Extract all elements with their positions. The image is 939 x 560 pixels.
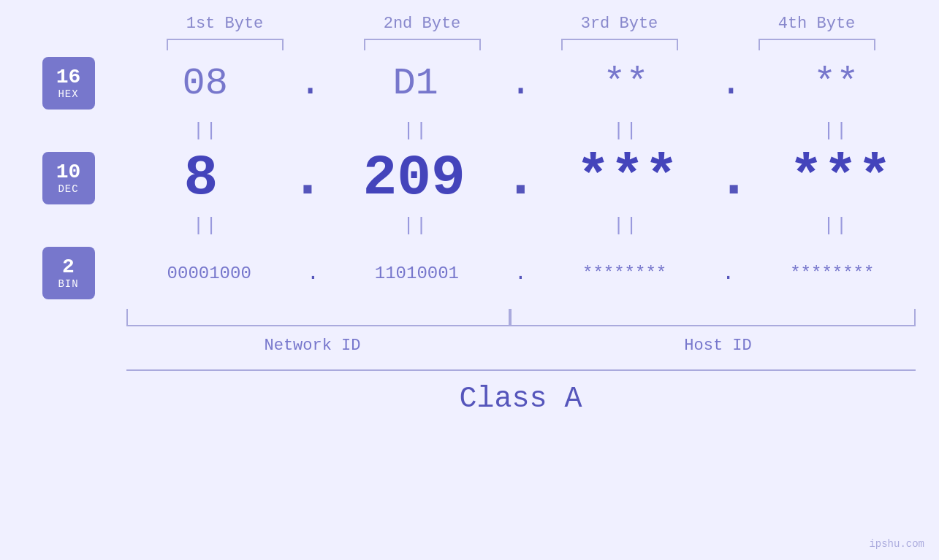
headers-row: 1st Byte 2nd Byte 3rd Byte 4th Byte: [126, 15, 916, 39]
bin-byte-4: ********: [790, 264, 874, 283]
dec-badge-number: 10: [56, 161, 81, 184]
h-bracket-3: [561, 39, 678, 50]
bin-dot-1: .: [307, 262, 319, 285]
header-brackets: [126, 39, 916, 50]
dec-dot-3: .: [717, 146, 751, 210]
col-header-2: 2nd Byte: [324, 15, 521, 39]
labels-row: Network ID Host ID: [126, 337, 916, 355]
dec-badge-row: 10 DEC 8 . 209 . *** . ***: [9, 145, 930, 211]
bin-badge-col: 2 BIN: [9, 247, 112, 299]
dec-badge-col: 10 DEC: [9, 152, 112, 204]
hex-byte-1-cell: 08: [112, 62, 300, 105]
bin-byte-3: ********: [582, 264, 666, 283]
h-bracket-1: [167, 39, 284, 50]
hex-byte-2-cell: D1: [322, 62, 509, 105]
class-label: Class A: [126, 383, 916, 415]
h-bracket-2: [364, 39, 481, 50]
dec-byte-4-cell: ***: [751, 146, 930, 210]
dec-badge: 10 DEC: [42, 152, 95, 204]
bin-badge-number: 2: [62, 256, 75, 279]
hex-byte-3-cell: **: [532, 62, 720, 105]
bottom-section: Network ID Host ID: [126, 309, 916, 355]
hex-byte-2: D1: [392, 62, 438, 105]
network-id-label: Network ID: [126, 337, 521, 355]
hb-cell-3: [521, 39, 718, 50]
equals-inner-1: || || || ||: [112, 116, 930, 145]
hex-badge: 16 HEX: [42, 57, 95, 110]
hb-cell-2: [324, 39, 521, 50]
hex-byte-1: 08: [183, 62, 228, 105]
dec-dot-1: .: [290, 146, 324, 210]
hex-dot-2: .: [509, 62, 532, 105]
eq-2-b2: ||: [322, 215, 510, 237]
bin-byte-2: 11010001: [375, 264, 459, 283]
big-bracket-area: Class A: [126, 369, 916, 415]
bottom-brackets: [126, 309, 916, 331]
equals-row-2: || || || ||: [9, 211, 930, 240]
eq-1-b4: ||: [742, 120, 930, 142]
eq-2-b4: ||: [742, 215, 930, 237]
h-bracket-4: [759, 39, 875, 50]
equals-row-1: || || || ||: [9, 116, 930, 145]
dec-byte-3: ***: [576, 146, 678, 210]
bin-data-row: 00001000 . 11010001 . ******** . *******…: [112, 240, 930, 306]
col-header-4: 4th Byte: [718, 15, 916, 39]
bin-dot-2: .: [514, 262, 527, 285]
dec-data-row: 8 . 209 . *** . ***: [112, 145, 930, 211]
hex-badge-number: 16: [56, 66, 81, 89]
bin-byte-4-cell: ********: [734, 264, 930, 283]
eq-2-b3: ||: [532, 215, 721, 237]
dec-byte-4: ***: [789, 146, 892, 210]
eq-1-b3: ||: [532, 120, 721, 142]
hb-cell-1: [126, 39, 324, 50]
bin-byte-1: 00001000: [167, 264, 251, 283]
hex-byte-4: **: [813, 62, 859, 105]
hex-byte-4-cell: **: [742, 62, 930, 105]
hex-badge-col: 16 HEX: [9, 57, 112, 110]
bin-byte-3-cell: ********: [527, 264, 722, 283]
host-bracket: [510, 309, 916, 326]
hex-badge-row: 16 HEX 08 . D1 . ** . **: [9, 50, 930, 116]
eq-2-b1: ||: [112, 215, 300, 237]
dec-badge-label: DEC: [58, 184, 78, 195]
dec-byte-2-cell: 209: [324, 146, 503, 210]
hex-data-row: 08 . D1 . ** . **: [112, 50, 930, 116]
eq-1-b2: ||: [322, 120, 510, 142]
main-container: 1st Byte 2nd Byte 3rd Byte 4th Byte 16 H…: [0, 0, 939, 560]
col-header-1: 1st Byte: [126, 15, 324, 39]
big-bracket-line: [126, 369, 916, 371]
host-id-label: Host ID: [521, 337, 916, 355]
dec-byte-1-cell: 8: [112, 146, 291, 210]
hex-dot-3: .: [720, 62, 742, 105]
bin-dot-3: .: [722, 262, 734, 285]
hex-badge-label: HEX: [58, 89, 78, 100]
hb-cell-4: [718, 39, 916, 50]
hex-dot-1: .: [299, 62, 322, 105]
dec-dot-2: .: [503, 146, 538, 210]
dec-byte-3-cell: ***: [538, 146, 717, 210]
bin-badge-row: 2 BIN 00001000 . 11010001 . ******** . *…: [9, 240, 930, 306]
hex-byte-3: **: [603, 62, 648, 105]
bin-badge: 2 BIN: [42, 247, 95, 299]
eq-1-b1: ||: [112, 120, 300, 142]
bin-byte-1-cell: 00001000: [112, 264, 307, 283]
bin-badge-label: BIN: [58, 279, 78, 290]
equals-inner-2: || || || ||: [112, 211, 930, 240]
dec-byte-1: 8: [184, 146, 218, 210]
bin-byte-2-cell: 11010001: [319, 264, 514, 283]
dec-byte-2: 209: [362, 146, 465, 210]
watermark: ipshu.com: [869, 538, 924, 550]
network-bracket: [126, 309, 510, 326]
col-header-3: 3rd Byte: [521, 15, 718, 39]
